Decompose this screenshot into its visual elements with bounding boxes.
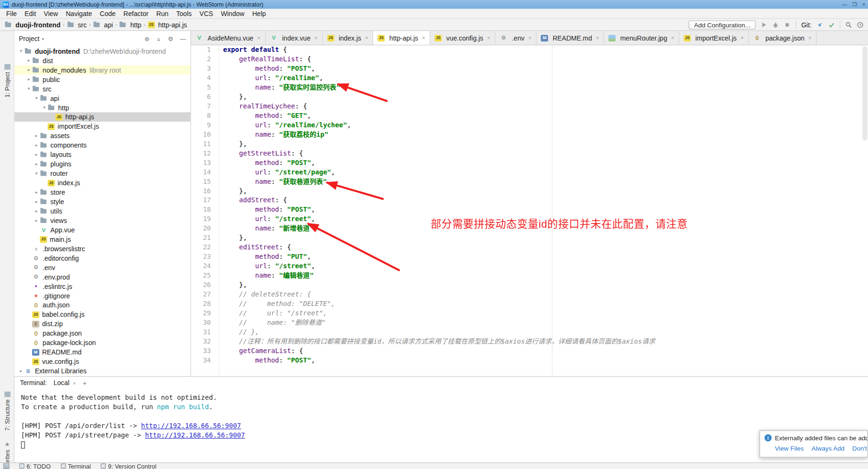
tree-item-babel.config.js[interactable]: JSbabel.config.js [15,310,191,319]
tree-item-router[interactable]: ▾router [15,169,191,178]
code-line[interactable]: 33 getCameraList: { [191,346,868,356]
tree-item-package.json[interactable]: {}package.json [15,329,191,338]
tree-item-index.js[interactable]: JSindex.js [15,178,191,188]
editor-tab-index.vue[interactable]: Vindex.vue× [266,31,323,45]
collapse-all-icon[interactable]: ⌅ [156,35,161,42]
tree-item-style[interactable]: ▸style [15,197,191,206]
chevron-down-icon[interactable]: ▾ [42,36,44,41]
menu-code[interactable]: Code [96,9,119,18]
chevron-closed-icon[interactable]: ▸ [33,199,40,204]
code-line[interactable]: 15 name: "获取巷道列表" [191,177,868,187]
tree-item-.editorconfig[interactable]: ⚙.editorconfig [15,253,191,263]
notification-action[interactable]: Always Add [812,445,845,452]
status-item-terminal[interactable]: Terminal [61,463,91,469]
code-line[interactable]: 16 }, [191,186,868,196]
menu-refactor[interactable]: Refactor [119,9,152,18]
close-icon[interactable]: × [862,2,865,8]
chevron-closed-icon[interactable]: ▸ [18,369,25,374]
toolstrip-project-button[interactable]: 1: Project [0,64,15,98]
tree-item-App.vue[interactable]: VApp.vue [15,225,191,235]
tree-item-importExcel.js[interactable]: JSimportExcel.js [15,122,191,131]
code-line[interactable]: 9 url: "/realTime/lychee", [191,121,868,130]
tree-item-External Libraries[interactable]: ▸≣External Libraries [15,366,191,376]
terminal-tab-close-icon[interactable]: × [73,380,76,386]
code-line[interactable]: 26 }, [191,280,868,290]
tree-item-package-lock.json[interactable]: {}package-lock.json [15,338,191,347]
breadcrumb-item[interactable]: JShttp-api.js [148,21,187,28]
tree-item-public[interactable]: ▸public [15,74,191,84]
chevron-open-icon[interactable]: ▾ [33,96,40,101]
tree-item-auth.json[interactable]: {}auth.json [15,300,191,310]
editor-scrollbar[interactable] [862,47,868,140]
git-commit-icon[interactable] [828,21,835,28]
menu-run[interactable]: Run [152,9,172,18]
clock-icon[interactable] [857,21,864,28]
tab-close-icon[interactable]: × [257,35,260,41]
code-line[interactable]: 5 name: "获取实时监控列表" [191,83,868,92]
project-panel-title[interactable]: Project [19,35,40,42]
new-terminal-session-icon[interactable]: + [83,378,87,387]
tree-item-node_modules[interactable]: ▸node_moduleslibrary root [15,65,191,74]
code-line[interactable]: 11 }, [191,140,868,149]
editor-tab-menuRouter.jpg[interactable]: menuRouter.jpg× [604,31,679,45]
chevron-open-icon[interactable]: ▾ [25,86,32,91]
hide-panel-icon[interactable]: — [180,35,186,42]
code-line[interactable]: 21 }, [191,233,868,243]
tree-item-components[interactable]: ▸components [15,140,191,150]
code-editor[interactable]: 1export default {2 getRealTimeList: {3 m… [191,45,868,376]
chevron-closed-icon[interactable]: ▸ [33,143,40,148]
code-line[interactable]: 4 url: "/realTime", [191,74,868,83]
tree-item-dist[interactable]: ▸dist [15,56,191,66]
code-line[interactable]: 10 name: "获取荔枝的ip" [191,130,868,140]
menu-tools[interactable]: Tools [172,9,195,18]
title-bar[interactable]: WS duoji-frontend [D:\zheheWeb\duoji-fro… [0,0,868,9]
chevron-closed-icon[interactable]: ▸ [33,190,40,195]
tab-close-icon[interactable]: × [596,35,599,41]
code-line[interactable]: 31 // }, [191,328,868,337]
tree-item-utils[interactable]: ▸utils [15,206,191,216]
tree-item-.gitignore[interactable]: ◆.gitignore [15,291,191,300]
breadcrumb-item[interactable]: duoji-frontend [4,21,60,28]
tree-item-http[interactable]: ▾http [15,103,191,112]
chevron-open-icon[interactable]: ▾ [41,105,48,110]
code-line[interactable]: 14 url: "/street/page", [191,168,868,177]
editor-tab-README.md[interactable]: MREADME.md× [536,31,604,45]
tab-close-icon[interactable]: × [741,35,744,41]
menu-vcs[interactable]: VCS [196,9,217,18]
code-line[interactable]: 22 editStreet: { [191,243,868,252]
code-line[interactable]: 30 // name: "删除巷道" [191,318,868,328]
tree-item-vue.config.js[interactable]: JSvue.config.js [15,357,191,366]
tree-item-assets[interactable]: ▸assets [15,131,191,140]
code-line[interactable]: 17 addStreet: { [191,196,868,205]
menu-help[interactable]: Help [248,9,269,18]
code-line[interactable]: 27 // deleteStreet: { [191,290,868,299]
chevron-closed-icon[interactable]: ▸ [33,152,40,157]
toolwindow-switcher-icon[interactable] [3,463,9,469]
terminal-output[interactable]: Note that the development build is not o… [15,389,868,462]
terminal-tab-local[interactable]: Local × [53,379,76,387]
menu-window[interactable]: Window [217,9,249,18]
code-line[interactable]: 6 }, [191,92,868,102]
status-item-6-todo[interactable]: 6: TODO [19,463,50,469]
editor-tab-http-api.js[interactable]: JShttp-api.js× [373,31,430,45]
code-line[interactable]: 29 // url: "/street", [191,309,868,318]
chevron-open-icon[interactable]: ▾ [33,171,40,176]
code-line[interactable]: 12 getStreetList: { [191,149,868,158]
tree-item-README.md[interactable]: MREADME.md [15,347,191,357]
menu-view[interactable]: View [40,9,62,18]
chevron-closed-icon[interactable]: ▸ [33,218,40,223]
terminal-link[interactable]: http://192.168.66.56:9007 [145,431,245,439]
code-line[interactable]: 28 // method: "DELETE", [191,299,868,309]
settings-gear-icon[interactable]: ⚙ [168,35,174,42]
tab-close-icon[interactable]: × [528,35,532,41]
tree-item-store[interactable]: ▸store [15,188,191,197]
code-line[interactable]: 23 method: "PUT", [191,252,868,262]
code-line[interactable]: 8 method: "GET", [191,111,868,121]
notification-action[interactable]: Don't Ask Agai [852,445,868,452]
tree-item-.browserslistrc[interactable]: ≡.browserslistrc [15,244,191,254]
tree-item-.eslintrc.js[interactable]: ●.eslintrc.js [15,281,191,291]
locate-file-icon[interactable]: ⊕ [144,35,150,42]
code-line[interactable]: 32 //注释：所有用到删除的接口都需要拼接变量id，所以请求方式采用了挂载在原… [191,337,868,346]
tree-item-.env[interactable]: ⚙.env [15,263,191,272]
code-line[interactable]: 7 realTimeLychee: { [191,102,868,111]
